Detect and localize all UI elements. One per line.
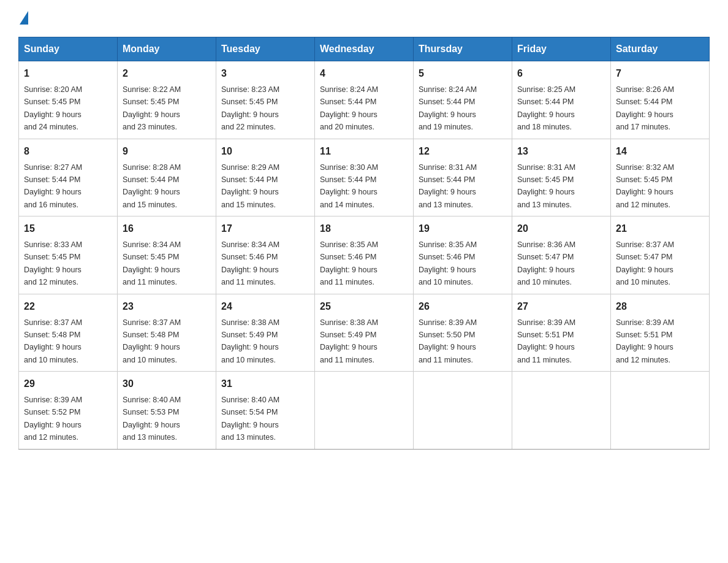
day-info: Sunrise: 8:39 AMSunset: 5:50 PMDaylight:… bbox=[419, 318, 477, 364]
calendar-day-cell: 4 Sunrise: 8:24 AMSunset: 5:44 PMDayligh… bbox=[315, 61, 414, 139]
day-number: 28 bbox=[616, 299, 704, 314]
calendar-day-cell: 11 Sunrise: 8:30 AMSunset: 5:44 PMDaylig… bbox=[315, 139, 414, 216]
day-info: Sunrise: 8:35 AMSunset: 5:46 PMDaylight:… bbox=[320, 240, 378, 286]
day-number: 23 bbox=[123, 299, 211, 314]
day-number: 15 bbox=[24, 221, 112, 236]
calendar-day-cell: 19 Sunrise: 8:35 AMSunset: 5:46 PMDaylig… bbox=[414, 216, 512, 294]
calendar-day-cell bbox=[414, 372, 512, 450]
day-number: 26 bbox=[419, 299, 507, 314]
logo-arrow-icon bbox=[20, 11, 28, 25]
day-number: 9 bbox=[123, 144, 211, 159]
calendar-day-cell: 22 Sunrise: 8:37 AMSunset: 5:48 PMDaylig… bbox=[19, 294, 118, 372]
calendar-day-cell: 1 Sunrise: 8:20 AMSunset: 5:45 PMDayligh… bbox=[19, 61, 118, 139]
day-number: 30 bbox=[123, 377, 211, 391]
day-number: 4 bbox=[320, 66, 408, 81]
day-info: Sunrise: 8:34 AMSunset: 5:46 PMDaylight:… bbox=[221, 240, 279, 286]
day-info: Sunrise: 8:27 AMSunset: 5:44 PMDaylight:… bbox=[24, 163, 82, 209]
day-info: Sunrise: 8:23 AMSunset: 5:45 PMDaylight:… bbox=[221, 85, 279, 131]
calendar-day-cell: 15 Sunrise: 8:33 AMSunset: 5:45 PMDaylig… bbox=[19, 216, 118, 294]
calendar-header-row: SundayMondayTuesdayWednesdayThursdayFrid… bbox=[19, 37, 710, 61]
day-info: Sunrise: 8:28 AMSunset: 5:44 PMDaylight:… bbox=[123, 163, 181, 209]
weekday-header-tuesday: Tuesday bbox=[216, 37, 315, 61]
calendar-day-cell bbox=[611, 372, 710, 450]
day-number: 18 bbox=[320, 221, 408, 236]
day-number: 27 bbox=[517, 299, 605, 314]
calendar-day-cell: 12 Sunrise: 8:31 AMSunset: 5:44 PMDaylig… bbox=[414, 139, 512, 216]
day-number: 7 bbox=[616, 66, 704, 81]
day-number: 21 bbox=[616, 221, 704, 236]
calendar-table: SundayMondayTuesdayWednesdayThursdayFrid… bbox=[18, 37, 710, 450]
calendar-day-cell: 18 Sunrise: 8:35 AMSunset: 5:46 PMDaylig… bbox=[315, 216, 414, 294]
day-number: 20 bbox=[517, 221, 605, 236]
weekday-header-wednesday: Wednesday bbox=[315, 37, 414, 61]
calendar-day-cell: 20 Sunrise: 8:36 AMSunset: 5:47 PMDaylig… bbox=[512, 216, 611, 294]
day-info: Sunrise: 8:40 AMSunset: 5:53 PMDaylight:… bbox=[123, 396, 181, 442]
calendar-day-cell bbox=[315, 372, 414, 450]
day-info: Sunrise: 8:26 AMSunset: 5:44 PMDaylight:… bbox=[616, 85, 674, 131]
calendar-day-cell: 24 Sunrise: 8:38 AMSunset: 5:49 PMDaylig… bbox=[216, 294, 315, 372]
calendar-day-cell: 7 Sunrise: 8:26 AMSunset: 5:44 PMDayligh… bbox=[611, 61, 710, 139]
calendar-day-cell: 29 Sunrise: 8:39 AMSunset: 5:52 PMDaylig… bbox=[19, 372, 118, 450]
day-info: Sunrise: 8:39 AMSunset: 5:51 PMDaylight:… bbox=[616, 318, 674, 364]
day-info: Sunrise: 8:29 AMSunset: 5:44 PMDaylight:… bbox=[221, 163, 279, 209]
calendar-week-row: 1 Sunrise: 8:20 AMSunset: 5:45 PMDayligh… bbox=[19, 61, 710, 139]
calendar-day-cell: 26 Sunrise: 8:39 AMSunset: 5:50 PMDaylig… bbox=[414, 294, 512, 372]
day-number: 6 bbox=[517, 66, 605, 81]
day-info: Sunrise: 8:40 AMSunset: 5:54 PMDaylight:… bbox=[221, 396, 279, 442]
day-number: 29 bbox=[24, 377, 112, 391]
logo-blue-container bbox=[18, 12, 28, 25]
day-number: 12 bbox=[419, 144, 507, 159]
weekday-header-monday: Monday bbox=[118, 37, 216, 61]
day-info: Sunrise: 8:31 AMSunset: 5:44 PMDaylight:… bbox=[419, 163, 477, 209]
calendar-day-cell: 31 Sunrise: 8:40 AMSunset: 5:54 PMDaylig… bbox=[216, 372, 315, 450]
day-number: 5 bbox=[419, 66, 507, 81]
day-info: Sunrise: 8:39 AMSunset: 5:51 PMDaylight:… bbox=[517, 318, 575, 364]
day-number: 22 bbox=[24, 299, 112, 314]
weekday-header-friday: Friday bbox=[512, 37, 611, 61]
day-number: 16 bbox=[123, 221, 211, 236]
weekday-header-saturday: Saturday bbox=[611, 37, 710, 61]
logo bbox=[18, 12, 28, 25]
weekday-header-sunday: Sunday bbox=[19, 37, 118, 61]
day-info: Sunrise: 8:36 AMSunset: 5:47 PMDaylight:… bbox=[517, 240, 575, 286]
day-number: 3 bbox=[221, 66, 309, 81]
calendar-day-cell: 28 Sunrise: 8:39 AMSunset: 5:51 PMDaylig… bbox=[611, 294, 710, 372]
calendar-day-cell: 30 Sunrise: 8:40 AMSunset: 5:53 PMDaylig… bbox=[118, 372, 216, 450]
day-info: Sunrise: 8:24 AMSunset: 5:44 PMDaylight:… bbox=[320, 85, 378, 131]
calendar-day-cell bbox=[512, 372, 611, 450]
calendar-day-cell: 3 Sunrise: 8:23 AMSunset: 5:45 PMDayligh… bbox=[216, 61, 315, 139]
calendar-day-cell: 10 Sunrise: 8:29 AMSunset: 5:44 PMDaylig… bbox=[216, 139, 315, 216]
day-info: Sunrise: 8:22 AMSunset: 5:45 PMDaylight:… bbox=[123, 85, 181, 131]
day-info: Sunrise: 8:31 AMSunset: 5:45 PMDaylight:… bbox=[517, 163, 575, 209]
day-number: 13 bbox=[517, 144, 605, 159]
day-number: 17 bbox=[221, 221, 309, 236]
calendar-week-row: 15 Sunrise: 8:33 AMSunset: 5:45 PMDaylig… bbox=[19, 216, 710, 294]
day-number: 14 bbox=[616, 144, 704, 159]
calendar-day-cell: 17 Sunrise: 8:34 AMSunset: 5:46 PMDaylig… bbox=[216, 216, 315, 294]
day-number: 8 bbox=[24, 144, 112, 159]
calendar-day-cell: 6 Sunrise: 8:25 AMSunset: 5:44 PMDayligh… bbox=[512, 61, 611, 139]
day-info: Sunrise: 8:25 AMSunset: 5:44 PMDaylight:… bbox=[517, 85, 575, 131]
day-number: 1 bbox=[24, 66, 112, 81]
day-number: 31 bbox=[221, 377, 309, 391]
calendar-day-cell: 21 Sunrise: 8:37 AMSunset: 5:47 PMDaylig… bbox=[611, 216, 710, 294]
calendar-day-cell: 23 Sunrise: 8:37 AMSunset: 5:48 PMDaylig… bbox=[118, 294, 216, 372]
day-number: 24 bbox=[221, 299, 309, 314]
day-info: Sunrise: 8:32 AMSunset: 5:45 PMDaylight:… bbox=[616, 163, 674, 209]
day-info: Sunrise: 8:20 AMSunset: 5:45 PMDaylight:… bbox=[24, 85, 82, 131]
day-number: 10 bbox=[221, 144, 309, 159]
calendar-day-cell: 27 Sunrise: 8:39 AMSunset: 5:51 PMDaylig… bbox=[512, 294, 611, 372]
day-info: Sunrise: 8:34 AMSunset: 5:45 PMDaylight:… bbox=[123, 240, 181, 286]
day-info: Sunrise: 8:35 AMSunset: 5:46 PMDaylight:… bbox=[419, 240, 477, 286]
calendar-day-cell: 25 Sunrise: 8:38 AMSunset: 5:49 PMDaylig… bbox=[315, 294, 414, 372]
day-info: Sunrise: 8:24 AMSunset: 5:44 PMDaylight:… bbox=[419, 85, 477, 131]
day-number: 19 bbox=[419, 221, 507, 236]
day-number: 11 bbox=[320, 144, 408, 159]
calendar-week-row: 22 Sunrise: 8:37 AMSunset: 5:48 PMDaylig… bbox=[19, 294, 710, 372]
day-info: Sunrise: 8:37 AMSunset: 5:48 PMDaylight:… bbox=[24, 318, 82, 364]
page-header bbox=[18, 12, 710, 25]
day-info: Sunrise: 8:37 AMSunset: 5:47 PMDaylight:… bbox=[616, 240, 674, 286]
calendar-day-cell: 2 Sunrise: 8:22 AMSunset: 5:45 PMDayligh… bbox=[118, 61, 216, 139]
day-number: 2 bbox=[123, 66, 211, 81]
calendar-day-cell: 14 Sunrise: 8:32 AMSunset: 5:45 PMDaylig… bbox=[611, 139, 710, 216]
